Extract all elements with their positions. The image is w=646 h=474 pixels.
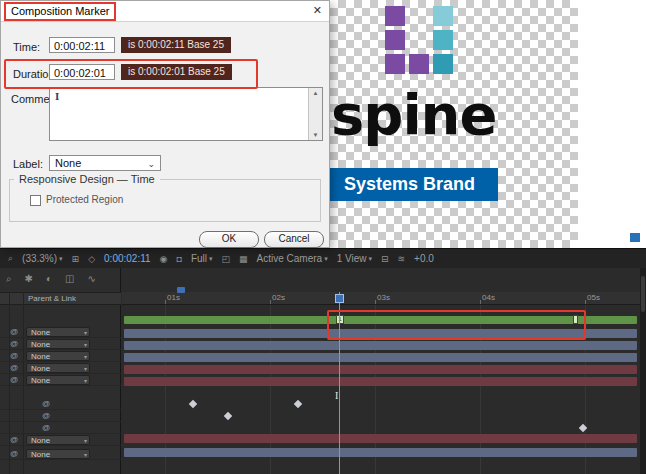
ruler-tick (480, 300, 481, 304)
pick-whip-icon[interactable]: @ (42, 399, 50, 409)
ruler-tick-label: 01s (167, 293, 180, 302)
parent-link-header[interactable]: Parent & Link (0, 292, 121, 305)
keyframe-diamond[interactable] (189, 400, 197, 408)
layer-bar-green[interactable] (124, 316, 637, 324)
cancel-button[interactable]: Cancel (264, 231, 324, 248)
protected-region-checkbox[interactable] (30, 195, 41, 206)
motion-blur-icon[interactable]: ◫ (65, 273, 74, 285)
keyframe-diamond[interactable] (224, 412, 232, 420)
duration-field[interactable]: 0:00:02:01 (49, 64, 115, 80)
timeline-toggle-icons: ⌕ ✱ ◐ ◫ ∿ (6, 273, 96, 285)
pick-whip-icon[interactable]: @ (10, 363, 18, 373)
brand-wordmark: spine (331, 82, 496, 147)
graph-editor-icon[interactable]: ∿ (88, 273, 96, 285)
ruler-tick (585, 300, 586, 304)
current-time-display[interactable]: 0:00:02:11 (104, 253, 151, 264)
parent-link-dropdown[interactable]: None▾ (26, 339, 90, 349)
view-layout-value: 1 View (337, 253, 367, 264)
zoom-level-dropdown[interactable]: (33.3%) ▾ (22, 253, 63, 264)
parent-link-dropdown[interactable]: None▾ (26, 363, 90, 373)
layer-row: @ None▾ (0, 338, 121, 350)
parent-link-dropdown[interactable]: None▾ (26, 449, 90, 459)
timeline-scrollbar[interactable] (640, 268, 646, 474)
pick-whip-icon[interactable]: @ (42, 423, 50, 433)
camera-dropdown[interactable]: Active Camera ▾ (257, 253, 328, 264)
scrollbar-thumb[interactable] (641, 276, 645, 312)
mask-visibility-icon[interactable]: ◇ (88, 254, 95, 264)
after-effects-window: spine Systems Brand Composition Marker ✕… (0, 0, 646, 474)
parent-link-dropdown[interactable]: None▾ (26, 375, 90, 385)
dialog-titlebar[interactable]: Composition Marker ✕ (1, 1, 329, 22)
ruler-tick (165, 300, 166, 304)
frame-blend-icon[interactable]: ◐ (46, 273, 52, 285)
panel-corner-icon[interactable] (630, 233, 640, 242)
brand-banner: Systems Brand (330, 168, 498, 201)
playhead-line[interactable] (339, 292, 340, 474)
timeline-track-area: 01s 02s 03s 04s 05s 1 (122, 268, 640, 474)
logo-square (385, 6, 405, 26)
layer-bar-slate[interactable] (124, 329, 637, 338)
pick-whip-icon[interactable]: @ (10, 327, 18, 337)
show-channel-icon[interactable]: ◘ (176, 254, 181, 264)
logo-square (433, 54, 453, 74)
parent-link-dropdown[interactable]: None▾ (26, 435, 90, 445)
time-ruler[interactable]: 01s 02s 03s 04s 05s (122, 292, 640, 305)
parent-link-value: None (31, 436, 50, 445)
ruler-tick-label: 03s (377, 293, 390, 302)
pick-whip-icon[interactable]: @ (10, 449, 18, 459)
ok-button[interactable]: OK (199, 231, 259, 248)
comp-marker-end[interactable] (573, 315, 578, 324)
resolution-dropdown[interactable]: Full ▾ (191, 253, 213, 264)
comment-textarea[interactable]: I ▲ ▼ (49, 87, 323, 141)
pick-whip-icon[interactable]: @ (42, 411, 50, 421)
parent-link-dropdown[interactable]: None▾ (26, 351, 90, 361)
view-layout-dropdown[interactable]: 1 View ▾ (337, 253, 372, 264)
zoom-level-value: (33.3%) (22, 253, 57, 264)
timeline-marker-icon[interactable] (177, 287, 185, 293)
chevron-down-icon: ▾ (84, 353, 87, 361)
time-field[interactable]: 0:00:02:11 (49, 37, 115, 53)
snapshot-icon[interactable]: ◉ (160, 254, 168, 264)
layer-bar-slate[interactable] (124, 448, 637, 457)
chevron-down-icon: ▾ (59, 255, 63, 263)
keyframe-diamond[interactable] (294, 400, 302, 408)
logo-square (385, 54, 405, 74)
scroll-down-icon[interactable]: ▼ (309, 132, 322, 138)
layer-row: @ None▾ (0, 434, 121, 446)
ruler-tick (270, 300, 271, 304)
pick-whip-icon[interactable]: @ (10, 351, 18, 361)
label-dropdown[interactable]: None ⌄ (49, 155, 161, 171)
transparency-grid-icon[interactable]: ▦ (239, 254, 248, 264)
layer-row: @ None▾ (0, 448, 121, 460)
playhead-handle[interactable] (335, 294, 344, 303)
layer-bar-maroon[interactable] (124, 434, 637, 443)
search-icon[interactable]: ⌕ (6, 273, 12, 285)
pixel-aspect-icon[interactable]: ⊟ (381, 254, 389, 264)
comp-marker-start[interactable]: 1 (336, 315, 344, 324)
scroll-up-icon[interactable]: ▲ (309, 90, 322, 96)
timeline-left-columns: ⌕ ✱ ◐ ◫ ∿ Parent & Link @ None▾ @ None▾ … (0, 268, 121, 474)
layer-bar-maroon[interactable] (124, 365, 637, 374)
layer-bar-slate[interactable] (124, 353, 637, 362)
close-icon[interactable]: ✕ (313, 4, 322, 17)
parent-link-header-label: Parent & Link (28, 293, 76, 304)
comment-scrollbar[interactable]: ▲ ▼ (308, 88, 322, 140)
fast-preview-icon[interactable]: ≋ (398, 254, 406, 264)
shy-icon[interactable]: ✱ (25, 273, 33, 285)
layer-bar-maroon[interactable] (124, 377, 637, 386)
magnify-icon[interactable]: ⌕ (8, 253, 13, 264)
exposure-value[interactable]: +0.0 (414, 253, 434, 264)
viewer-toolbar: ⌕ (33.3%) ▾ ⊞ ◇ 0:00:02:11 ◉ ◘ Full ▾ ◰ … (0, 248, 646, 268)
pick-whip-icon[interactable]: @ (10, 339, 18, 349)
grid-guides-icon[interactable]: ⊞ (72, 254, 80, 264)
region-of-interest-icon[interactable]: ◰ (222, 254, 231, 264)
logo-square (409, 54, 429, 74)
camera-value: Active Camera (257, 253, 323, 264)
parent-link-value: None (31, 450, 50, 459)
layer-bar-slate[interactable] (124, 341, 637, 350)
pick-whip-icon[interactable]: @ (10, 375, 18, 385)
pick-whip-icon[interactable]: @ (10, 435, 18, 445)
parent-link-dropdown[interactable]: None▾ (26, 327, 90, 337)
composition-viewer: spine Systems Brand (330, 0, 646, 248)
ruler-tick-label: 04s (482, 293, 495, 302)
